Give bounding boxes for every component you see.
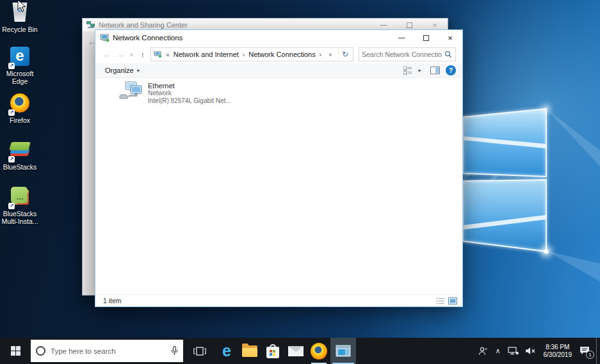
item-count: 1 item xyxy=(103,297,436,305)
desktop-icon-label: BlueStacks xyxy=(0,164,40,171)
task-view-icon xyxy=(193,346,206,356)
show-desktop-button[interactable] xyxy=(596,338,600,364)
preview-pane-icon[interactable] xyxy=(430,67,440,74)
desktop-icon-label: BlueStacks Multi-Insta... xyxy=(0,210,40,225)
clock-time: 8:36 PM xyxy=(544,344,572,351)
window-title: Network Connections xyxy=(113,34,389,42)
close-button[interactable]: × xyxy=(438,30,462,45)
desktop-icon-label: Firefox xyxy=(0,117,40,125)
cortana-icon xyxy=(36,346,45,356)
maximize-button[interactable] xyxy=(414,30,438,45)
taskbar-search-box[interactable] xyxy=(31,340,183,362)
ethernet-connection-item[interactable]: Ethernet Network Intel(R) 82574L Gigabit… xyxy=(118,81,259,104)
start-button[interactable] xyxy=(0,338,31,364)
taskbar-clock[interactable]: 8:36 PM 6/30/2019 xyxy=(539,344,577,359)
taskbar-network-connections-button[interactable] xyxy=(330,338,356,364)
taskbar-edge-button[interactable]: e xyxy=(215,338,238,364)
up-button[interactable]: ↑ xyxy=(137,50,148,59)
mouse-cursor xyxy=(17,0,26,13)
address-bar[interactable]: « Network and Internet › Network Connect… xyxy=(150,47,353,61)
desktop-icon-firefox[interactable]: ↗ Firefox xyxy=(0,92,40,125)
clock-date: 6/30/2019 xyxy=(544,351,572,359)
connections-list: Ethernet Network Intel(R) 82574L Gigabit… xyxy=(95,78,462,294)
ethernet-adapter-icon xyxy=(118,81,144,100)
organize-caret-icon: ▾ xyxy=(137,68,140,74)
change-view-caret-icon[interactable]: ▾ xyxy=(418,68,421,74)
task-view-button[interactable] xyxy=(188,338,211,364)
volume-button[interactable] xyxy=(522,338,539,364)
bluestacks-multi-icon: ••• ↗ xyxy=(9,187,31,209)
active-window-icon xyxy=(336,345,351,357)
shortcut-arrow-icon: ↗ xyxy=(8,156,15,162)
notification-badge: 1 xyxy=(586,351,594,359)
change-view-icon[interactable] xyxy=(403,67,412,75)
taskbar-mail-button[interactable] xyxy=(284,338,307,364)
wallpaper-windows-logo xyxy=(442,90,600,281)
window-title: Network and Sharing Center xyxy=(99,21,371,29)
desktop-icon-microsoft-edge[interactable]: e ↗ Microsoft Edge xyxy=(0,45,40,85)
titlebar[interactable]: Network Connections × xyxy=(95,30,462,45)
navigation-bar: ← → ∨ ↑ « Network and Internet › Network… xyxy=(95,45,462,63)
taskbar-search-input[interactable] xyxy=(51,347,166,355)
back-button[interactable]: ← xyxy=(102,50,113,59)
search-input[interactable] xyxy=(359,51,444,58)
address-location-icon xyxy=(154,51,162,58)
people-button[interactable] xyxy=(474,338,491,364)
explorer-search-box[interactable] xyxy=(359,47,456,61)
bluestacks-icon: ↗ xyxy=(9,140,31,162)
file-explorer-icon xyxy=(242,345,257,357)
edge-icon: e ↗ xyxy=(9,47,31,68)
details-view-icon[interactable] xyxy=(436,297,444,305)
taskbar: e xyxy=(0,338,600,364)
network-connections-icon xyxy=(100,34,109,42)
network-status-button[interactable] xyxy=(505,338,522,364)
system-tray: ∧ 8:36 PM 6/30/2019 xyxy=(474,338,600,364)
volume-muted-icon xyxy=(525,347,536,355)
mail-icon xyxy=(288,346,304,356)
connection-device: Intel(R) 82574L Gigabit Net... xyxy=(148,97,231,105)
breadcrumb-prefix: « xyxy=(165,51,171,58)
breadcrumb-network-connections[interactable]: Network Connections xyxy=(248,51,316,58)
people-icon xyxy=(478,346,488,356)
taskbar-store-button[interactable] xyxy=(261,338,284,364)
recent-locations-button[interactable]: ∨ xyxy=(129,52,134,58)
large-icons-view-icon[interactable] xyxy=(448,297,457,305)
status-bar: 1 item xyxy=(95,294,462,306)
desktop-icon-label: Microsoft Edge xyxy=(0,70,40,85)
hidden-icons-button[interactable]: ∧ xyxy=(491,338,504,364)
command-bar: Organize ▾ ▾ ? xyxy=(95,63,462,78)
shortcut-arrow-icon: ↗ xyxy=(8,203,15,209)
desktop-icon-bluestacks-multi[interactable]: ••• ↗ BlueStacks Multi-Insta... xyxy=(0,185,40,225)
breadcrumb-separator-icon[interactable]: › xyxy=(241,51,246,58)
help-button[interactable]: ? xyxy=(446,65,456,75)
shortcut-arrow-icon: ↗ xyxy=(8,63,15,69)
address-dropdown-icon[interactable]: ∨ xyxy=(325,52,336,58)
forward-button[interactable]: → xyxy=(115,50,126,59)
desktop: ♻ Recycle Bin e ↗ Microsoft Edge ↗ Firef… xyxy=(0,0,600,364)
search-icon[interactable] xyxy=(444,51,452,58)
network-sharing-center-icon xyxy=(86,21,95,29)
microphone-icon[interactable] xyxy=(171,346,178,356)
firefox-icon xyxy=(311,343,327,360)
network-connections-window[interactable]: Network Connections × ← → ∨ ↑ « Network … xyxy=(95,29,463,307)
ethernet-network-icon xyxy=(508,347,519,356)
connection-status: Network xyxy=(148,90,231,97)
shortcut-arrow-icon: ↗ xyxy=(8,109,15,116)
microsoft-store-icon xyxy=(266,344,279,358)
desktop-icon-bluestacks[interactable]: ↗ BlueStacks xyxy=(0,139,40,171)
organize-label: Organize xyxy=(105,67,134,74)
windows-logo-icon xyxy=(11,346,20,356)
action-center-button[interactable]: 1 xyxy=(576,338,596,364)
breadcrumb-network-and-internet[interactable]: Network and Internet xyxy=(174,51,239,58)
refresh-button[interactable]: ↻ xyxy=(338,48,352,61)
firefox-icon: ↗ xyxy=(9,93,31,115)
desktop-icon-label: Recycle Bin xyxy=(0,26,40,34)
taskbar-firefox-button[interactable] xyxy=(307,338,330,364)
edge-icon: e xyxy=(222,343,231,359)
breadcrumb-separator-icon[interactable]: › xyxy=(318,51,323,58)
organize-button[interactable]: Organize ▾ xyxy=(105,67,140,74)
taskbar-file-explorer-button[interactable] xyxy=(238,338,261,364)
connection-name: Ethernet xyxy=(148,82,231,90)
minimize-button[interactable] xyxy=(389,30,414,45)
